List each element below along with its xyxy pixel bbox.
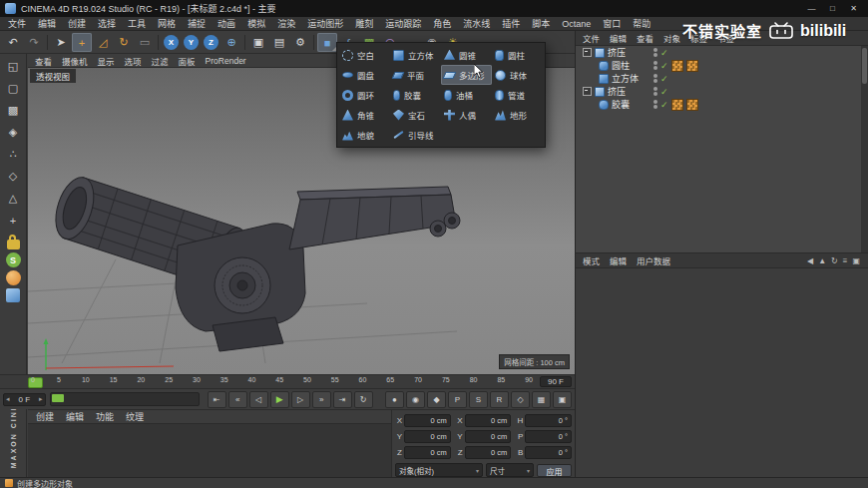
visibility-dots[interactable] bbox=[653, 61, 657, 70]
menu-item[interactable]: 动画 bbox=[212, 17, 241, 30]
record-rotation-toggle[interactable]: R bbox=[490, 391, 509, 408]
render-picture-viewer-icon[interactable]: ▤ bbox=[269, 33, 289, 52]
texture-tag-icon[interactable] bbox=[686, 99, 698, 111]
goto-start-button[interactable]: ⇤ bbox=[208, 391, 226, 408]
menu-item[interactable]: 帮助 bbox=[627, 17, 656, 30]
close-button[interactable]: ✕ bbox=[844, 2, 863, 15]
timeline-tick[interactable]: 90 bbox=[525, 376, 533, 383]
lock-axis-icon[interactable] bbox=[7, 240, 20, 249]
edges-mode-icon[interactable]: ◇ bbox=[3, 167, 23, 186]
primitive-item[interactable]: 地貌 bbox=[339, 125, 390, 145]
material-menu-item[interactable]: 纹理 bbox=[120, 410, 150, 423]
object-name[interactable]: 圆柱 bbox=[612, 59, 630, 72]
redo-icon[interactable]: ↷ bbox=[24, 33, 44, 52]
menu-item[interactable]: 文件 bbox=[2, 17, 32, 30]
primitive-item[interactable]: 宝石 bbox=[390, 105, 441, 125]
viewport-menu-item[interactable]: 查看 bbox=[30, 55, 57, 67]
record-pla-toggle[interactable]: ▦ bbox=[532, 391, 551, 408]
next-frame-button[interactable]: ▷ bbox=[291, 391, 310, 408]
timeline-tick[interactable]: 15 bbox=[110, 376, 118, 383]
attribute-menu-item[interactable]: 编辑 bbox=[605, 254, 632, 266]
model-hinge[interactable] bbox=[49, 173, 460, 351]
timeline-tick[interactable]: 0 bbox=[30, 376, 36, 383]
menu-item[interactable]: 编辑 bbox=[32, 17, 62, 30]
coordinate-system-icon[interactable]: ⊕ bbox=[221, 33, 241, 52]
scale-tool-icon[interactable]: ◿ bbox=[93, 33, 113, 52]
object-manager-menu-item[interactable]: 对象 bbox=[658, 32, 685, 44]
menu-item[interactable]: 雕刻 bbox=[349, 17, 379, 30]
menu-item[interactable]: 选择 bbox=[92, 17, 122, 30]
primitive-item[interactable]: 引导线 bbox=[390, 125, 441, 145]
timeline-tick[interactable]: 25 bbox=[165, 376, 173, 383]
texture-tile-icon[interactable] bbox=[6, 288, 20, 302]
timeline-tick[interactable]: 40 bbox=[248, 376, 256, 383]
object-row[interactable]: 挤压 ✓ bbox=[576, 85, 868, 98]
visibility-dots[interactable] bbox=[653, 74, 657, 83]
menu-item[interactable]: 流水线 bbox=[457, 17, 496, 30]
render-view-icon[interactable]: ▣ bbox=[248, 33, 268, 52]
menu-item[interactable]: 插件 bbox=[496, 17, 526, 30]
record-scale-toggle[interactable]: S bbox=[469, 391, 488, 408]
enable-axis-icon[interactable]: + bbox=[3, 211, 23, 230]
object-row[interactable]: 圆柱 ✓ bbox=[576, 59, 868, 72]
object-manager-menu-item[interactable]: 文件 bbox=[578, 32, 605, 44]
timeline-tick[interactable]: 65 bbox=[386, 376, 394, 383]
lock-x-axis-icon[interactable]: X bbox=[164, 35, 179, 50]
timeline-ruler[interactable]: 051015202530354045505560657075808590 90 … bbox=[0, 374, 575, 388]
primitive-item[interactable]: 管道 bbox=[492, 85, 543, 105]
object-manager[interactable]: 挤压 ✓ 圆柱 ✓ 立方体 bbox=[576, 46, 868, 253]
visibility-dots[interactable] bbox=[653, 48, 657, 57]
range-slider-handle[interactable] bbox=[52, 394, 64, 402]
object-row[interactable]: 胶囊 ✓ bbox=[576, 98, 868, 111]
maximize-button[interactable]: □ bbox=[823, 2, 842, 15]
polygons-mode-icon[interactable]: △ bbox=[3, 189, 23, 208]
primitive-item[interactable]: 角锥 bbox=[339, 105, 390, 125]
object-manager-menu-item[interactable]: 编辑 bbox=[605, 32, 632, 44]
timeline-tick[interactable]: 85 bbox=[497, 376, 505, 383]
menu-item[interactable]: Octane bbox=[556, 19, 597, 29]
attribute-manager[interactable] bbox=[576, 268, 868, 479]
visibility-dots[interactable] bbox=[653, 87, 657, 96]
timeline-tick[interactable]: 35 bbox=[220, 376, 228, 383]
enabled-check-icon[interactable]: ✓ bbox=[660, 61, 668, 71]
menu-item[interactable]: 运动图形 bbox=[301, 17, 349, 30]
move-tool-icon[interactable]: + bbox=[72, 33, 92, 52]
lock-panel-icon[interactable]: ▣ bbox=[852, 256, 860, 265]
timeline-tick[interactable]: 55 bbox=[331, 376, 339, 383]
model-mode-icon[interactable]: ▢ bbox=[3, 79, 23, 98]
menu-item[interactable]: 工具 bbox=[122, 17, 152, 30]
enabled-check-icon[interactable]: ✓ bbox=[660, 100, 668, 110]
texture-tag-icon[interactable] bbox=[671, 99, 683, 111]
timeline-tick[interactable]: 45 bbox=[275, 376, 283, 383]
viewport-menu-item[interactable]: 摄像机 bbox=[57, 55, 93, 67]
expand-toggle[interactable] bbox=[583, 87, 592, 96]
object-row[interactable]: 挤压 ✓ bbox=[576, 46, 868, 59]
history-icon[interactable]: ↻ bbox=[831, 256, 838, 265]
rotation-h-field[interactable]: 0 ° bbox=[525, 414, 572, 427]
primitive-item[interactable]: 油桶 bbox=[441, 85, 492, 105]
apply-button[interactable]: 应用 bbox=[537, 464, 572, 477]
undo-icon[interactable]: ↶ bbox=[3, 33, 23, 52]
up-arrow-icon[interactable]: ▲ bbox=[818, 256, 826, 265]
position-y-field[interactable]: 0 cm bbox=[404, 430, 451, 443]
attribute-menu-item[interactable]: 模式 bbox=[578, 254, 605, 266]
live-selection-icon[interactable]: ➤ bbox=[51, 33, 71, 52]
points-mode-icon[interactable]: ∴ bbox=[3, 145, 23, 164]
menu-item[interactable]: 捕捉 bbox=[182, 17, 212, 30]
visibility-dots[interactable] bbox=[653, 100, 657, 109]
last-tool-icon[interactable]: ▭ bbox=[135, 33, 155, 52]
position-x-field[interactable]: 0 cm bbox=[404, 414, 451, 427]
keyframe-selection-button[interactable]: ◆ bbox=[427, 391, 446, 408]
rotation-p-field[interactable]: 0 ° bbox=[525, 430, 572, 443]
menu-item[interactable]: 角色 bbox=[427, 17, 457, 30]
scrollbar-thumb[interactable] bbox=[862, 48, 867, 84]
rotate-tool-icon[interactable]: ↻ bbox=[114, 33, 134, 52]
prev-frame-button[interactable]: ◁ bbox=[249, 391, 268, 408]
object-name[interactable]: 挤压 bbox=[608, 85, 626, 98]
attribute-menu-item[interactable]: 用户数据 bbox=[632, 254, 675, 266]
primitive-item[interactable]: 圆环 bbox=[339, 85, 390, 105]
record-keyframe-button[interactable]: ● bbox=[385, 391, 404, 408]
primitive-item[interactable]: 圆柱 bbox=[492, 45, 543, 65]
playback-options-button[interactable]: ▣ bbox=[553, 391, 572, 408]
spin-left-icon[interactable]: ◂ bbox=[6, 395, 10, 403]
